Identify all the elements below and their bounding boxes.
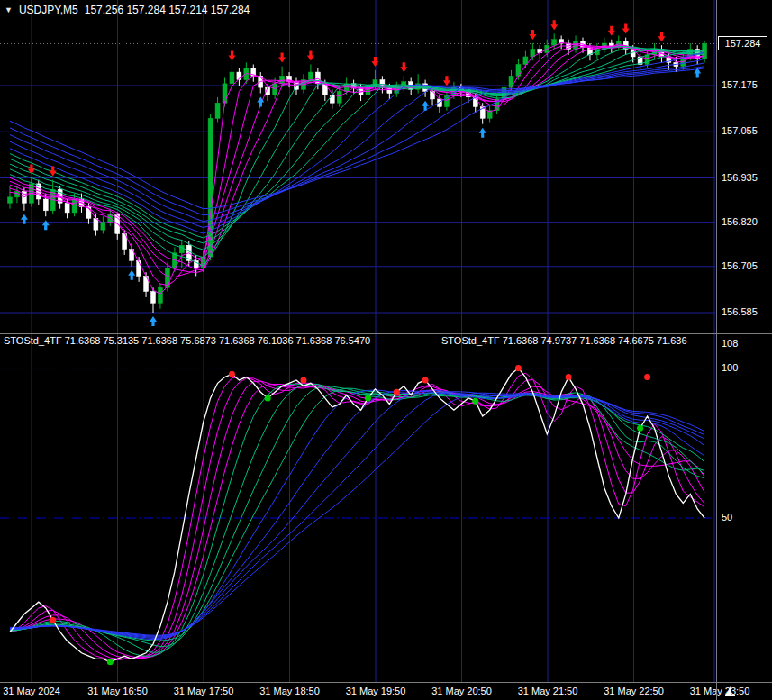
time-tick-label: 31 May 23:50 [677,686,762,696]
time-tick-label: 31 May 22:50 [592,686,677,696]
ohlc-values: 157.256 157.284 157.214 157.284 [85,4,250,16]
chart-title-bar: ▼ USDJPY,M5 157.256 157.284 157.214 157.… [5,4,250,16]
axis-border [716,0,717,700]
symbol-timeframe-label: USDJPY,M5 [19,4,78,16]
chart-canvas[interactable] [0,0,772,700]
time-axis-separator [0,682,772,683]
price-tick-label: 156.705 [722,260,758,271]
current-price-box: 157.284 [718,36,767,50]
scroll-to-end-icon[interactable] [724,684,737,697]
stochastic-label-left: STOStd_4TF 71.6368 75.3135 71.6368 75.68… [4,335,370,346]
indicator-tick-label: 108 [722,338,738,349]
time-tick-label: 31 May 18:50 [248,686,332,696]
indicator-tick-label: 50 [722,512,732,523]
time-tick-label: 31 May 17:50 [161,686,246,696]
stochastic-label-right: STOStd_4TF 71.6368 74.9737 71.6368 74.66… [441,335,687,346]
time-axis[interactable]: 31 May 202431 May 16:5031 May 17:5031 Ma… [0,683,772,700]
price-tick-label: 156.585 [722,306,758,317]
time-tick-label: 31 May 19:50 [333,686,418,696]
price-tick-label: 157.175 [722,79,758,90]
pane-separator[interactable] [0,333,772,334]
time-tick-label: 31 May 21:50 [505,686,590,696]
indicator-label-row: STOStd_4TF 71.6368 75.3135 71.6368 75.68… [0,335,716,349]
time-tick-label: 31 May 16:50 [76,686,160,696]
time-tick-label: 31 May 2024 [0,686,74,696]
price-tick-label: 156.935 [722,172,758,183]
price-tick-label: 156.820 [722,216,758,227]
indicator-tick-label: 100 [722,362,738,373]
mt4-chart-window: ▼ USDJPY,M5 157.256 157.284 157.214 157.… [0,0,772,700]
chevron-down-icon[interactable]: ▼ [5,5,13,14]
time-tick-label: 31 May 20:50 [420,686,504,696]
price-tick-label: 157.055 [722,125,758,136]
indicator-axis[interactable]: 10810050 [717,334,772,682]
